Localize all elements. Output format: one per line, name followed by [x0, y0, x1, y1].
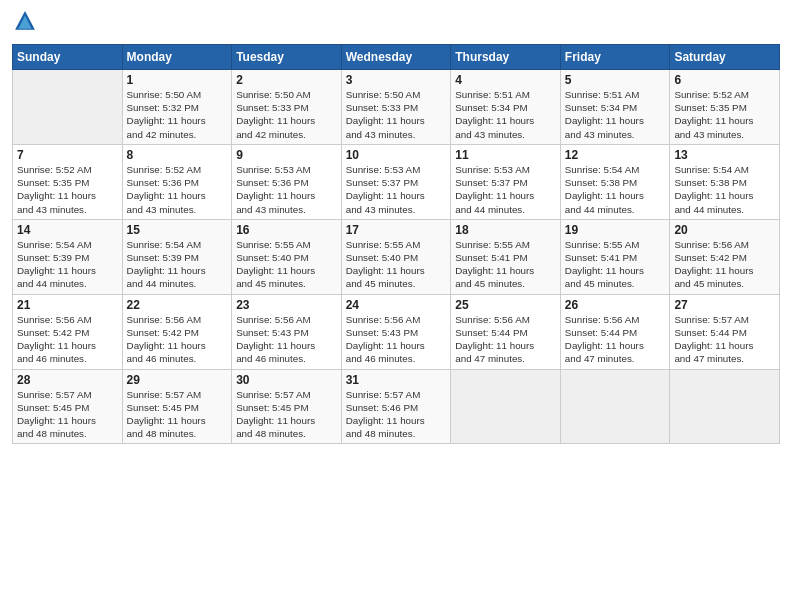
calendar-cell: 13Sunrise: 5:54 AM Sunset: 5:38 PM Dayli…: [670, 144, 780, 219]
day-header-friday: Friday: [560, 45, 670, 70]
calendar-cell: 28Sunrise: 5:57 AM Sunset: 5:45 PM Dayli…: [13, 369, 123, 444]
calendar-cell: [560, 369, 670, 444]
header: [12, 10, 780, 36]
calendar-cell: 14Sunrise: 5:54 AM Sunset: 5:39 PM Dayli…: [13, 219, 123, 294]
calendar-cell: 17Sunrise: 5:55 AM Sunset: 5:40 PM Dayli…: [341, 219, 451, 294]
day-number: 19: [565, 223, 666, 237]
day-header-saturday: Saturday: [670, 45, 780, 70]
day-header-tuesday: Tuesday: [232, 45, 342, 70]
day-number: 28: [17, 373, 118, 387]
calendar-cell: 22Sunrise: 5:56 AM Sunset: 5:42 PM Dayli…: [122, 294, 232, 369]
calendar-cell: 10Sunrise: 5:53 AM Sunset: 5:37 PM Dayli…: [341, 144, 451, 219]
week-row-1: 1Sunrise: 5:50 AM Sunset: 5:32 PM Daylig…: [13, 70, 780, 145]
day-info: Sunrise: 5:53 AM Sunset: 5:37 PM Dayligh…: [455, 163, 556, 216]
day-info: Sunrise: 5:57 AM Sunset: 5:45 PM Dayligh…: [17, 388, 118, 441]
day-number: 31: [346, 373, 447, 387]
day-info: Sunrise: 5:56 AM Sunset: 5:42 PM Dayligh…: [17, 313, 118, 366]
day-number: 4: [455, 73, 556, 87]
day-info: Sunrise: 5:50 AM Sunset: 5:33 PM Dayligh…: [236, 88, 337, 141]
calendar-cell: 4Sunrise: 5:51 AM Sunset: 5:34 PM Daylig…: [451, 70, 561, 145]
day-info: Sunrise: 5:52 AM Sunset: 5:36 PM Dayligh…: [127, 163, 228, 216]
day-number: 3: [346, 73, 447, 87]
day-number: 27: [674, 298, 775, 312]
calendar-container: SundayMondayTuesdayWednesdayThursdayFrid…: [0, 0, 792, 452]
calendar-cell: 16Sunrise: 5:55 AM Sunset: 5:40 PM Dayli…: [232, 219, 342, 294]
day-info: Sunrise: 5:55 AM Sunset: 5:40 PM Dayligh…: [236, 238, 337, 291]
calendar-cell: 9Sunrise: 5:53 AM Sunset: 5:36 PM Daylig…: [232, 144, 342, 219]
day-info: Sunrise: 5:56 AM Sunset: 5:44 PM Dayligh…: [455, 313, 556, 366]
day-info: Sunrise: 5:53 AM Sunset: 5:36 PM Dayligh…: [236, 163, 337, 216]
day-number: 15: [127, 223, 228, 237]
day-info: Sunrise: 5:54 AM Sunset: 5:39 PM Dayligh…: [17, 238, 118, 291]
day-number: 25: [455, 298, 556, 312]
day-info: Sunrise: 5:55 AM Sunset: 5:40 PM Dayligh…: [346, 238, 447, 291]
day-header-sunday: Sunday: [13, 45, 123, 70]
day-info: Sunrise: 5:50 AM Sunset: 5:32 PM Dayligh…: [127, 88, 228, 141]
calendar-cell: 15Sunrise: 5:54 AM Sunset: 5:39 PM Dayli…: [122, 219, 232, 294]
calendar-cell: 21Sunrise: 5:56 AM Sunset: 5:42 PM Dayli…: [13, 294, 123, 369]
day-header-monday: Monday: [122, 45, 232, 70]
day-number: 23: [236, 298, 337, 312]
calendar-cell: [451, 369, 561, 444]
day-info: Sunrise: 5:51 AM Sunset: 5:34 PM Dayligh…: [565, 88, 666, 141]
day-number: 24: [346, 298, 447, 312]
day-info: Sunrise: 5:50 AM Sunset: 5:33 PM Dayligh…: [346, 88, 447, 141]
calendar-cell: [13, 70, 123, 145]
calendar-cell: 23Sunrise: 5:56 AM Sunset: 5:43 PM Dayli…: [232, 294, 342, 369]
day-number: 13: [674, 148, 775, 162]
day-number: 22: [127, 298, 228, 312]
calendar-cell: 19Sunrise: 5:55 AM Sunset: 5:41 PM Dayli…: [560, 219, 670, 294]
logo: [12, 10, 36, 36]
calendar-cell: 27Sunrise: 5:57 AM Sunset: 5:44 PM Dayli…: [670, 294, 780, 369]
calendar-cell: 20Sunrise: 5:56 AM Sunset: 5:42 PM Dayli…: [670, 219, 780, 294]
day-number: 12: [565, 148, 666, 162]
day-number: 18: [455, 223, 556, 237]
day-info: Sunrise: 5:52 AM Sunset: 5:35 PM Dayligh…: [17, 163, 118, 216]
calendar-cell: 29Sunrise: 5:57 AM Sunset: 5:45 PM Dayli…: [122, 369, 232, 444]
week-row-3: 14Sunrise: 5:54 AM Sunset: 5:39 PM Dayli…: [13, 219, 780, 294]
day-number: 7: [17, 148, 118, 162]
calendar-cell: 1Sunrise: 5:50 AM Sunset: 5:32 PM Daylig…: [122, 70, 232, 145]
day-number: 8: [127, 148, 228, 162]
day-info: Sunrise: 5:56 AM Sunset: 5:42 PM Dayligh…: [127, 313, 228, 366]
day-info: Sunrise: 5:55 AM Sunset: 5:41 PM Dayligh…: [565, 238, 666, 291]
calendar-cell: 31Sunrise: 5:57 AM Sunset: 5:46 PM Dayli…: [341, 369, 451, 444]
day-number: 17: [346, 223, 447, 237]
day-number: 9: [236, 148, 337, 162]
day-info: Sunrise: 5:54 AM Sunset: 5:38 PM Dayligh…: [565, 163, 666, 216]
week-row-5: 28Sunrise: 5:57 AM Sunset: 5:45 PM Dayli…: [13, 369, 780, 444]
day-number: 6: [674, 73, 775, 87]
day-number: 29: [127, 373, 228, 387]
calendar-cell: 25Sunrise: 5:56 AM Sunset: 5:44 PM Dayli…: [451, 294, 561, 369]
logo-icon: [14, 10, 36, 32]
calendar-cell: 30Sunrise: 5:57 AM Sunset: 5:45 PM Dayli…: [232, 369, 342, 444]
day-number: 20: [674, 223, 775, 237]
calendar-table: SundayMondayTuesdayWednesdayThursdayFrid…: [12, 44, 780, 444]
week-row-2: 7Sunrise: 5:52 AM Sunset: 5:35 PM Daylig…: [13, 144, 780, 219]
day-info: Sunrise: 5:56 AM Sunset: 5:43 PM Dayligh…: [236, 313, 337, 366]
days-header-row: SundayMondayTuesdayWednesdayThursdayFrid…: [13, 45, 780, 70]
day-info: Sunrise: 5:56 AM Sunset: 5:42 PM Dayligh…: [674, 238, 775, 291]
day-number: 5: [565, 73, 666, 87]
day-info: Sunrise: 5:55 AM Sunset: 5:41 PM Dayligh…: [455, 238, 556, 291]
calendar-cell: 3Sunrise: 5:50 AM Sunset: 5:33 PM Daylig…: [341, 70, 451, 145]
day-info: Sunrise: 5:57 AM Sunset: 5:46 PM Dayligh…: [346, 388, 447, 441]
calendar-cell: 24Sunrise: 5:56 AM Sunset: 5:43 PM Dayli…: [341, 294, 451, 369]
day-number: 30: [236, 373, 337, 387]
calendar-cell: 11Sunrise: 5:53 AM Sunset: 5:37 PM Dayli…: [451, 144, 561, 219]
day-number: 2: [236, 73, 337, 87]
day-header-thursday: Thursday: [451, 45, 561, 70]
day-number: 11: [455, 148, 556, 162]
day-info: Sunrise: 5:54 AM Sunset: 5:39 PM Dayligh…: [127, 238, 228, 291]
day-info: Sunrise: 5:57 AM Sunset: 5:44 PM Dayligh…: [674, 313, 775, 366]
calendar-cell: 12Sunrise: 5:54 AM Sunset: 5:38 PM Dayli…: [560, 144, 670, 219]
day-info: Sunrise: 5:56 AM Sunset: 5:44 PM Dayligh…: [565, 313, 666, 366]
calendar-cell: 2Sunrise: 5:50 AM Sunset: 5:33 PM Daylig…: [232, 70, 342, 145]
day-number: 21: [17, 298, 118, 312]
day-info: Sunrise: 5:56 AM Sunset: 5:43 PM Dayligh…: [346, 313, 447, 366]
day-info: Sunrise: 5:53 AM Sunset: 5:37 PM Dayligh…: [346, 163, 447, 216]
day-number: 1: [127, 73, 228, 87]
calendar-cell: 18Sunrise: 5:55 AM Sunset: 5:41 PM Dayli…: [451, 219, 561, 294]
day-info: Sunrise: 5:51 AM Sunset: 5:34 PM Dayligh…: [455, 88, 556, 141]
calendar-cell: [670, 369, 780, 444]
